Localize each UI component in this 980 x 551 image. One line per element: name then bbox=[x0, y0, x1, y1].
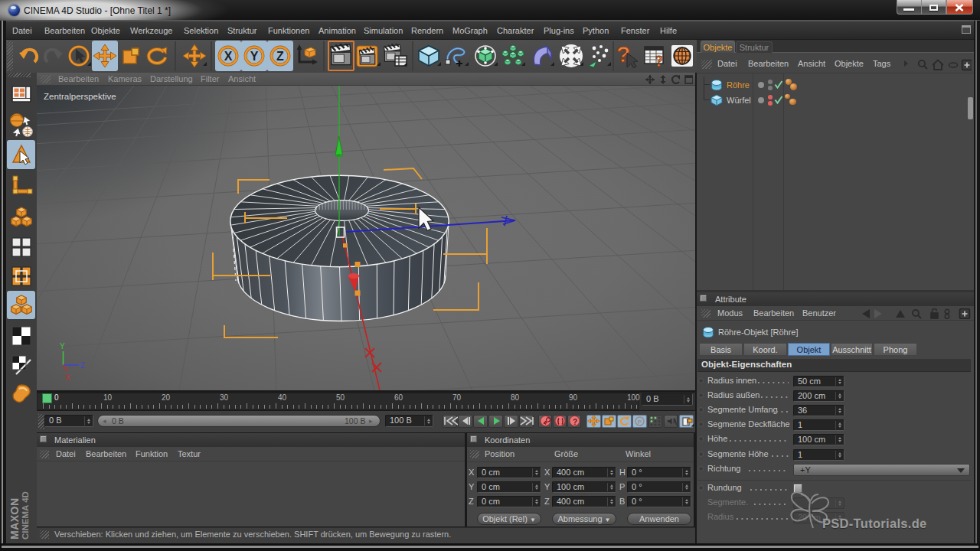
svg-text:X: X bbox=[65, 373, 70, 382]
svg-text:?: ? bbox=[573, 418, 577, 426]
svg-text:X: X bbox=[224, 50, 233, 63]
svg-text:Z: Z bbox=[276, 50, 284, 63]
svg-text:Y: Y bbox=[250, 50, 259, 63]
svg-text:Y: Y bbox=[60, 342, 65, 350]
svg-text:?: ? bbox=[655, 53, 663, 68]
svg-text:Zentralperspektive: Zentralperspektive bbox=[44, 92, 116, 101]
svg-text:P: P bbox=[638, 419, 642, 425]
svg-text:Z: Z bbox=[80, 361, 85, 370]
